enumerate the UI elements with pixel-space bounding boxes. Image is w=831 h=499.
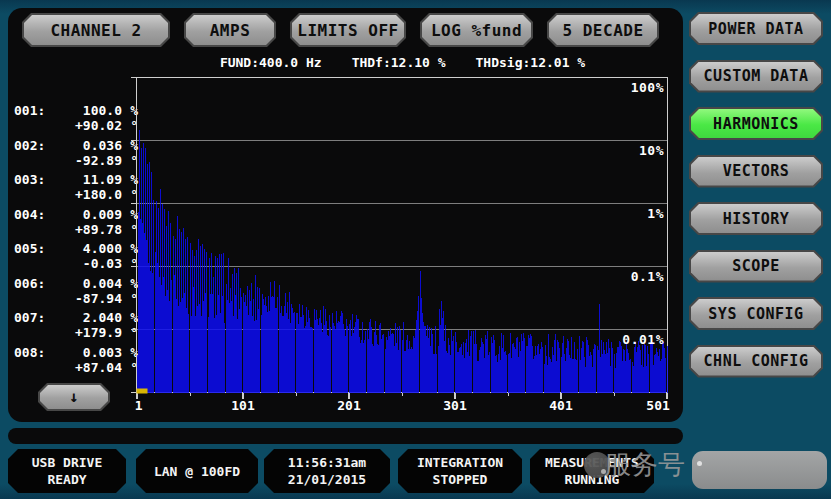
x-tick-label: 401	[549, 398, 572, 413]
measurement-header: FUND:400.0 Hz THDf:12.10 % THDsig:12.01 …	[130, 55, 675, 70]
limits-label: LIMITS OFF	[297, 21, 398, 40]
sidebar-item-custom-data[interactable]: CUSTOM DATA	[689, 60, 823, 93]
instrument-screen: CHANNEL 2 AMPS LIMITS OFF LOG %fund 5 DE…	[0, 0, 831, 499]
sidebar-item-sys-config[interactable]: SYS CONFIG	[689, 297, 823, 330]
sidebar-item-history[interactable]: HISTORY	[689, 202, 823, 235]
harmonic-row-5: 005:4.000% -0.03°	[14, 241, 138, 271]
y-tick-label: 10%	[639, 143, 664, 158]
watermark-text: 服务号	[604, 447, 685, 483]
harmonic-index: 008:	[14, 345, 50, 360]
x-tick-label: 301	[443, 398, 466, 413]
y-tick-label: 0.01%	[622, 332, 664, 347]
harmonic-magnitude: 4.000	[50, 241, 122, 256]
harmonic-index: 002:	[14, 138, 50, 153]
harmonic-magnitude: 11.09	[50, 172, 122, 187]
harmonic-magnitude: 0.036	[50, 138, 122, 153]
sidebar-item-chnl-config[interactable]: CHNL CONFIG	[689, 345, 823, 378]
harmonic-row-7: 007:2.040% +179.9°	[14, 310, 138, 340]
watermark-dot-icon	[697, 461, 702, 466]
watermark-block	[692, 451, 827, 489]
harmonic-magnitude: 0.009	[50, 207, 122, 222]
down-arrow-icon: ↓	[69, 389, 79, 405]
sidebar-label: POWER DATA	[708, 20, 803, 38]
harmonic-row-3: 003:11.09% +180.0°	[14, 172, 138, 202]
sidebar-label: CHNL CONFIG	[704, 352, 809, 370]
harmonics-spectrum-plot	[124, 77, 672, 407]
harmonic-phase: -92.89	[14, 153, 122, 168]
channel-select-button[interactable]: CHANNEL 2	[22, 13, 170, 47]
sidebar-label: HARMONICS	[713, 115, 799, 133]
status-usb: USB DRIVE READY	[8, 449, 126, 493]
sidebar-label: HISTORY	[723, 210, 790, 228]
scale-mode-button[interactable]: LOG %fund	[420, 13, 533, 47]
scroll-down-button[interactable]: ↓	[38, 383, 110, 411]
harmonic-index: 005:	[14, 241, 50, 256]
top-toolbar: CHANNEL 2 AMPS LIMITS OFF LOG %fund 5 DE…	[22, 13, 659, 47]
status-date: 21/01/2015	[288, 471, 366, 488]
sidebar-item-scope[interactable]: SCOPE	[689, 250, 823, 283]
harmonic-phase: +89.78	[14, 222, 122, 237]
y-tick-label: 100%	[631, 80, 664, 95]
sidebar-item-vectors[interactable]: VECTORS	[689, 155, 823, 188]
harmonic-index: 003:	[14, 172, 50, 187]
sidebar-label: SYS CONFIG	[708, 305, 803, 323]
status-integration-line2: STOPPED	[433, 471, 488, 488]
sidebar-label: VECTORS	[723, 162, 790, 180]
harmonic-phase: -0.03	[14, 256, 122, 271]
harmonic-phase: +87.04	[14, 360, 122, 375]
harmonics-chart: 100%10%1%0.1%0.01% 1101201301401501	[124, 77, 672, 422]
harmonic-row-6: 006:0.004% -87.94°	[14, 276, 138, 306]
y-tick-label: 1%	[647, 206, 664, 221]
fund-frequency-value: FUND:400.0 Hz	[220, 55, 322, 70]
harmonic-index: 004:	[14, 207, 50, 222]
units-button[interactable]: AMPS	[184, 13, 276, 47]
sidebar-menu: POWER DATA CUSTOM DATA HARMONICS VECTORS…	[689, 12, 823, 392]
harmonic-row-1: 001:100.0% +90.02°	[14, 103, 138, 133]
thdf-value: THDf:12.10 %	[352, 55, 446, 70]
harmonic-index: 006:	[14, 276, 50, 291]
harmonic-row-2: 002:0.036% -92.89°	[14, 138, 138, 168]
status-integration-line1: INTEGRATION	[417, 454, 503, 471]
scale-mode-label: LOG %fund	[431, 21, 522, 40]
status-lan-line1: LAN @ 100FD	[154, 463, 240, 480]
harmonic-phase: -87.94	[14, 291, 122, 306]
harmonic-phase: +180.0	[14, 187, 122, 202]
limits-button[interactable]: LIMITS OFF	[290, 13, 406, 47]
status-clock: 11:56:31am 21/01/2015	[264, 449, 390, 493]
x-tick-label: 201	[337, 398, 360, 413]
channel-select-label: CHANNEL 2	[50, 21, 141, 40]
harmonic-index: 001:	[14, 103, 50, 118]
status-usb-line1: USB DRIVE	[32, 454, 102, 471]
decade-label: 5 DECADE	[562, 21, 643, 40]
harmonic-magnitude: 0.003	[50, 345, 122, 360]
harmonic-magnitude: 0.004	[50, 276, 122, 291]
status-time: 11:56:31am	[288, 454, 366, 471]
harmonic-magnitude: 2.040	[50, 310, 122, 325]
status-integration: INTEGRATION STOPPED	[398, 449, 522, 493]
harmonic-phase: +90.02	[14, 118, 122, 133]
separator-bar	[8, 428, 683, 444]
sidebar-label: SCOPE	[732, 257, 780, 275]
y-tick-label: 0.1%	[631, 269, 664, 284]
sidebar-item-power-data[interactable]: POWER DATA	[689, 12, 823, 45]
main-display-panel: CHANNEL 2 AMPS LIMITS OFF LOG %fund 5 DE…	[8, 8, 683, 422]
harmonic-magnitude: 100.0	[50, 103, 122, 118]
sidebar-label: CUSTOM DATA	[704, 67, 809, 85]
harmonic-phase: +179.9	[14, 325, 122, 340]
harmonic-value-list: 001:100.0% +90.02° 002:0.036% -92.89° 00…	[14, 103, 138, 375]
units-label: AMPS	[210, 21, 251, 40]
harmonic-row-4: 004:0.009% +89.78°	[14, 207, 138, 237]
status-usb-line2: READY	[47, 471, 86, 488]
sidebar-item-harmonics[interactable]: HARMONICS	[689, 107, 823, 140]
harmonic-index: 007:	[14, 310, 50, 325]
x-tick-label: 1	[135, 398, 143, 413]
harmonic-row-8: 008:0.003% +87.04°	[14, 345, 138, 375]
decade-button[interactable]: 5 DECADE	[547, 13, 659, 47]
thdsig-value: THDsig:12.01 %	[476, 55, 586, 70]
status-lan: LAN @ 100FD	[136, 449, 258, 493]
x-tick-label: 101	[231, 398, 254, 413]
x-tick-label: 501	[646, 398, 669, 413]
